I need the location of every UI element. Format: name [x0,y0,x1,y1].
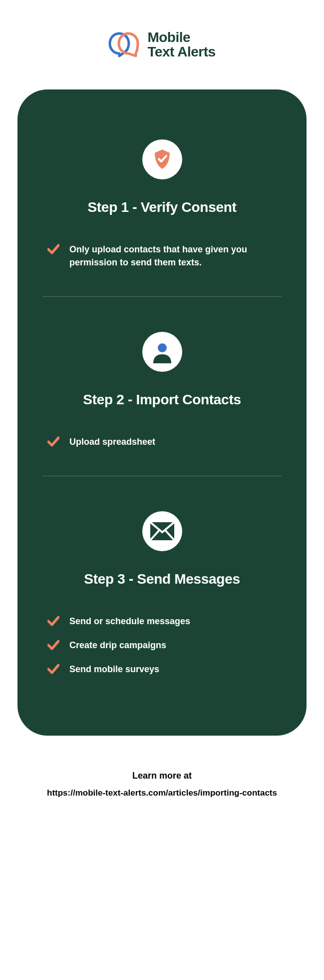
list-item: Only upload contacts that have given you… [47,243,277,269]
brand-name: Mobile Text Alerts [147,30,215,59]
list-item: Upload spreadsheet [47,435,277,448]
step-1-title: Step 1 - Verify Consent [87,199,236,215]
bullet-text: Upload spreadsheet [69,435,155,448]
check-icon [47,244,59,255]
step-1: Step 1 - Verify Consent Only upload cont… [42,139,282,269]
check-icon [47,664,59,675]
brand-line2: Text Alerts [147,44,215,59]
bullet-text: Send mobile surveys [69,663,159,676]
footer-label: Learn more at [17,771,307,781]
shield-check-icon [142,139,182,179]
footer-url: https://mobile-text-alerts.com/articles/… [17,788,307,798]
list-item: Send mobile surveys [47,663,277,676]
check-icon [47,436,59,447]
step-2-title: Step 2 - Import Contacts [83,392,241,408]
steps-card: Step 1 - Verify Consent Only upload cont… [17,89,307,736]
check-icon [47,616,59,627]
envelope-icon [142,511,182,551]
bullet-text: Send or schedule messages [69,615,190,628]
bullet-text: Only upload contacts that have given you… [69,243,277,269]
step-3: Step 3 - Send Messages Send or schedule … [42,511,282,676]
bullet-text: Create drip campaigns [69,639,166,652]
brand-logo: Mobile Text Alerts [17,30,307,59]
svg-point-0 [158,343,167,352]
step-3-title: Step 3 - Send Messages [84,571,240,587]
list-item: Create drip campaigns [47,639,277,652]
list-item: Send or schedule messages [47,615,277,628]
brand-line1: Mobile [147,30,215,44]
step-2: Step 2 - Import Contacts Upload spreadsh… [42,332,282,448]
check-icon [47,640,59,651]
footer: Learn more at https://mobile-text-alerts… [17,771,307,798]
logo-icon [108,31,139,57]
divider [42,296,282,297]
divider [42,476,282,476]
person-icon [142,332,182,372]
